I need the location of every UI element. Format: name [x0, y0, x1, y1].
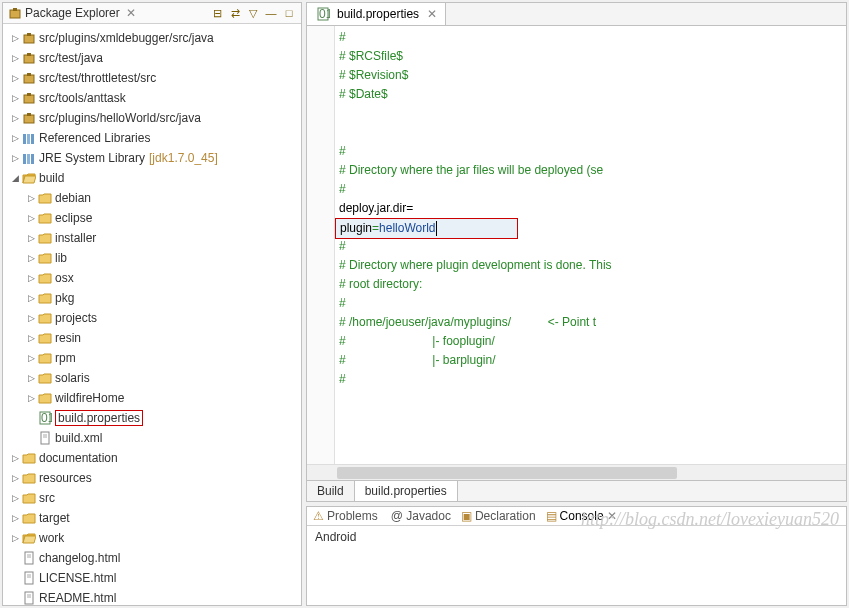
tree-item[interactable]: ▷src/test/throttletest/src — [5, 68, 299, 88]
expand-arrow-icon[interactable]: ▷ — [9, 33, 21, 43]
expand-arrow-icon[interactable]: ▷ — [25, 193, 37, 203]
expand-arrow-icon[interactable]: ▷ — [25, 393, 37, 403]
tree-item[interactable]: ▷src/plugins/helloWorld/src/java — [5, 108, 299, 128]
tree-item[interactable]: ▷eclipse — [5, 208, 299, 228]
folder-icon — [37, 190, 53, 206]
tree-item-label: installer — [55, 231, 96, 245]
expand-arrow-icon[interactable]: ▷ — [25, 273, 37, 283]
tree-item[interactable]: ▷projects — [5, 308, 299, 328]
expand-arrow-icon[interactable]: ▷ — [9, 453, 21, 463]
tree-item[interactable]: ▷JRE System Library[jdk1.7.0_45] — [5, 148, 299, 168]
expand-arrow-icon[interactable]: ▷ — [25, 293, 37, 303]
expand-arrow-icon[interactable]: ▷ — [25, 253, 37, 263]
scroll-thumb[interactable] — [337, 467, 677, 479]
tree-item[interactable]: ▷pkg — [5, 288, 299, 308]
expand-arrow-icon[interactable]: ▷ — [25, 233, 37, 243]
tree-item-label: rpm — [55, 351, 76, 365]
tree-item[interactable]: ◢build — [5, 168, 299, 188]
tree-item[interactable]: ▷installer — [5, 228, 299, 248]
panel-tab-cons[interactable]: ▤ Console ✕ — [546, 509, 617, 523]
tree-item-label: build.xml — [55, 431, 102, 445]
tree-item[interactable]: LICENSE.html — [5, 568, 299, 588]
tree-item[interactable]: ▷Referenced Libraries — [5, 128, 299, 148]
tree-item-label: resin — [55, 331, 81, 345]
tree-item[interactable]: ▷work — [5, 528, 299, 548]
expand-arrow-icon[interactable]: ▷ — [25, 373, 37, 383]
folder-open-icon — [21, 170, 37, 186]
tree-item[interactable]: ▷src — [5, 488, 299, 508]
code-line: # — [339, 237, 842, 256]
tree-item[interactable]: ▷src/tools/anttask — [5, 88, 299, 108]
close-icon[interactable]: ✕ — [427, 7, 437, 21]
explorer-tree[interactable]: ▷src/plugins/xmldebugger/src/java▷src/te… — [3, 24, 301, 605]
folder-open-icon — [21, 530, 37, 546]
tree-item-label: LICENSE.html — [39, 571, 116, 585]
svg-rect-16 — [27, 154, 30, 164]
svg-rect-0 — [10, 10, 20, 18]
link-editor-icon[interactable]: ⇄ — [227, 5, 243, 21]
tree-item[interactable]: ▷lib — [5, 248, 299, 268]
view-menu-icon[interactable]: ▽ — [245, 5, 261, 21]
tree-item[interactable]: ▷documentation — [5, 448, 299, 468]
close-icon[interactable]: ✕ — [607, 509, 617, 523]
expand-arrow-icon[interactable]: ◢ — [9, 173, 21, 183]
tree-item-label: pkg — [55, 291, 74, 305]
tree-item[interactable]: 010build.properties — [5, 408, 299, 428]
expand-arrow-icon[interactable]: ▷ — [9, 153, 21, 163]
close-icon[interactable]: ✕ — [126, 6, 136, 20]
svg-rect-6 — [24, 75, 34, 83]
folder-icon — [37, 210, 53, 226]
editor-body[interactable]: ## $RCSfile$# $Revision$# $Date$## Direc… — [307, 26, 846, 464]
expand-arrow-icon[interactable]: ▷ — [25, 333, 37, 343]
svg-rect-4 — [24, 55, 34, 63]
tree-item[interactable]: ▷rpm — [5, 348, 299, 368]
tree-item[interactable]: ▷resin — [5, 328, 299, 348]
svg-rect-7 — [27, 73, 31, 76]
expand-arrow-icon[interactable]: ▷ — [9, 73, 21, 83]
tree-item[interactable]: changelog.html — [5, 548, 299, 568]
bottom-tab-build[interactable]: Build — [307, 481, 355, 501]
prob-icon: ⚠ — [313, 509, 324, 523]
tree-item-label: target — [39, 511, 70, 525]
expand-arrow-icon[interactable]: ▷ — [9, 473, 21, 483]
tree-item[interactable]: ▷osx — [5, 268, 299, 288]
file-icon — [21, 570, 37, 586]
tree-item[interactable]: ▷src/test/java — [5, 48, 299, 68]
expand-arrow-icon[interactable]: ▷ — [9, 533, 21, 543]
tree-item[interactable]: README.html — [5, 588, 299, 605]
tree-item[interactable]: ▷wildfireHome — [5, 388, 299, 408]
tree-item[interactable]: ▷src/plugins/xmldebugger/src/java — [5, 28, 299, 48]
svg-rect-17 — [31, 154, 34, 164]
panel-tab-jdoc[interactable]: @ Javadoc — [388, 509, 451, 523]
expand-arrow-icon[interactable]: ▷ — [25, 313, 37, 323]
tree-item[interactable]: build.xml — [5, 428, 299, 448]
code-line: plugin=helloWorld — [339, 218, 842, 237]
tree-item[interactable]: ▷solaris — [5, 368, 299, 388]
maximize-icon[interactable]: □ — [281, 5, 297, 21]
folder-icon — [37, 330, 53, 346]
expand-arrow-icon[interactable]: ▷ — [25, 213, 37, 223]
tree-item-label: src/plugins/helloWorld/src/java — [39, 111, 201, 125]
expand-arrow-icon[interactable]: ▷ — [9, 53, 21, 63]
decl-icon: ▣ — [461, 509, 472, 523]
bottom-panel: ⚠ Problems @ Javadoc▣ Declaration▤ Conso… — [306, 506, 847, 606]
panel-tab-decl[interactable]: ▣ Declaration — [461, 509, 536, 523]
code-area[interactable]: ## $RCSfile$# $Revision$# $Date$## Direc… — [335, 26, 846, 464]
expand-arrow-icon[interactable]: ▷ — [9, 493, 21, 503]
bottom-tab-source[interactable]: build.properties — [355, 481, 458, 501]
expand-arrow-icon[interactable]: ▷ — [9, 513, 21, 523]
panel-tab-prob[interactable]: ⚠ Problems — [313, 509, 378, 523]
editor-area: 010 build.properties ✕ ## $RCSfile$# $Re… — [306, 2, 847, 606]
tree-item[interactable]: ▷target — [5, 508, 299, 528]
expand-arrow-icon[interactable]: ▷ — [9, 113, 21, 123]
expand-arrow-icon[interactable]: ▷ — [25, 353, 37, 363]
editor-tab[interactable]: 010 build.properties ✕ — [307, 3, 446, 25]
expand-arrow-icon[interactable]: ▷ — [9, 93, 21, 103]
tree-item[interactable]: ▷debian — [5, 188, 299, 208]
minimize-icon[interactable]: — — [263, 5, 279, 21]
expand-arrow-icon[interactable]: ▷ — [9, 133, 21, 143]
tree-item[interactable]: ▷resources — [5, 468, 299, 488]
horizontal-scrollbar[interactable] — [307, 464, 846, 480]
collapse-all-icon[interactable]: ⊟ — [209, 5, 225, 21]
svg-rect-29 — [25, 592, 33, 604]
